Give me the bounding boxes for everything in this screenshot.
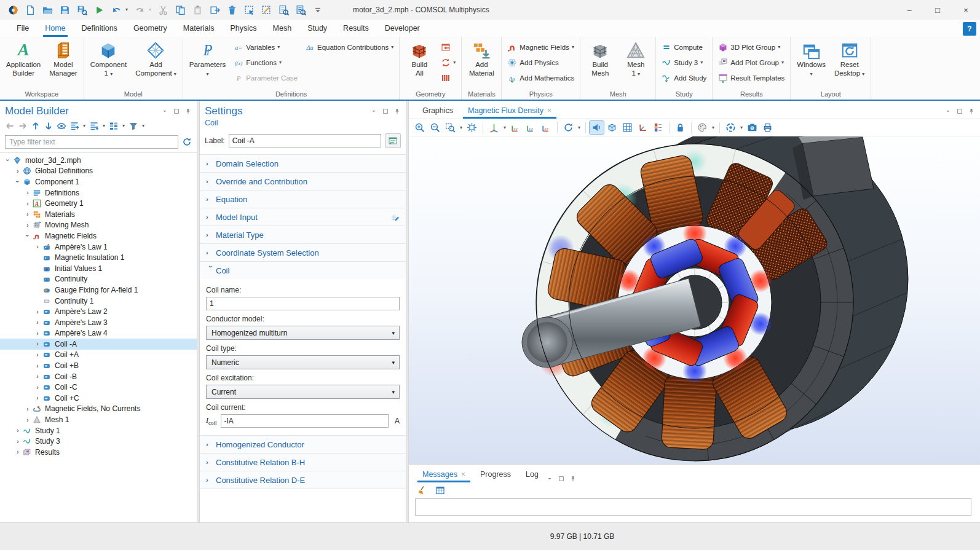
tree-item-motor-3d-2-mph[interactable]: ›motor_3d_2.mph (0, 155, 197, 166)
model-manager-button[interactable]: ModelManager (45, 38, 81, 79)
view-xz-icon[interactable]: xz (539, 121, 553, 134)
tree-expander-icon[interactable]: › (23, 406, 32, 412)
new-file-icon[interactable] (22, 2, 38, 17)
add-physics-button[interactable]: Add Physics (504, 55, 577, 70)
tab-developer[interactable]: Developer (377, 22, 428, 37)
pin-icon[interactable] (968, 108, 975, 115)
section-header-coordinate-system-selection[interactable]: ›Coordinate System Selection (200, 244, 406, 261)
tab-mesh[interactable]: Mesh (265, 22, 300, 37)
add-mathematics-button[interactable]: ΔuAdd Mathematics (504, 70, 577, 85)
conductor-model-select[interactable]: Homogenized multiturn (206, 326, 400, 340)
graphics-tab-graphics[interactable]: Graphics (415, 104, 460, 119)
tree-item-coil-c[interactable]: ›Coil -C (0, 382, 197, 393)
tree-expander-icon[interactable]: › (23, 200, 32, 207)
tree-item-definitions[interactable]: ›Definitions (0, 187, 197, 198)
color-theme-icon[interactable] (695, 121, 709, 134)
minimize-button[interactable]: – (895, 0, 923, 20)
tree-item-gauge-fixing-for-a-field-1[interactable]: Gauge Fixing for A-field 1 (0, 285, 197, 296)
coil-name-input[interactable] (206, 297, 400, 310)
open-file-icon[interactable] (39, 2, 55, 17)
add-plot-group-button[interactable]: Add Plot Group▾ (715, 55, 788, 70)
component-1-button[interactable]: Component1 ▾ (87, 38, 130, 79)
maximize-button[interactable]: □ (923, 0, 952, 20)
partition-button[interactable] (438, 70, 459, 85)
tree-item-magnetic-insulation-1[interactable]: DMagnetic Insulation 1 (0, 252, 197, 263)
tab-geometry[interactable]: Geometry (125, 22, 175, 37)
mesh-1-button[interactable]: Mesh1 ▾ (618, 38, 653, 79)
save-preview-icon[interactable] (74, 2, 90, 17)
zoom-out-icon[interactable] (428, 121, 442, 134)
orientation-icon[interactable] (487, 121, 501, 134)
rename-button[interactable] (385, 133, 401, 148)
section-header-domain-selection[interactable]: ›Domain Selection (200, 155, 406, 172)
tree-item-amp-re-s-law-4[interactable]: ›Ampère's Law 4 (0, 328, 197, 339)
tree-expander-icon[interactable]: › (33, 373, 42, 380)
zoom-extents-icon[interactable] (465, 121, 479, 134)
float-icon[interactable] (956, 108, 963, 115)
tab-study[interactable]: Study (299, 22, 335, 37)
zoom-all-icon[interactable] (293, 2, 309, 17)
view-yz-icon[interactable]: yz (524, 121, 538, 134)
tree-item-amp-re-s-law-1[interactable]: ›DAmpère's Law 1 (0, 242, 197, 253)
panel-menu-icon[interactable] (546, 475, 553, 482)
tree-item-coil-b[interactable]: ›Coil -B (0, 371, 197, 382)
float-icon[interactable] (558, 475, 565, 482)
tree-expander-icon[interactable]: › (14, 178, 22, 185)
add-study-button[interactable]: Add Study (658, 70, 709, 85)
pin-icon[interactable] (393, 108, 401, 115)
copy-table-icon[interactable] (433, 484, 447, 497)
tree-expander-icon[interactable]: › (33, 352, 42, 358)
tree-expander-icon[interactable]: › (33, 363, 42, 369)
model-tree-nodes-icon[interactable] (108, 120, 120, 132)
rotate-view-icon[interactable] (561, 121, 575, 134)
expand-all-icon[interactable] (68, 120, 81, 132)
paste-icon[interactable] (189, 2, 205, 17)
messages-tab-messages[interactable]: Messages× (415, 468, 473, 482)
functions-button[interactable]: f(x)Functions▾ (231, 55, 301, 70)
3d-plot-group-button[interactable]: 3D Plot Group▾ (715, 39, 788, 55)
tree-item-component-1[interactable]: ›Component 1 (0, 176, 197, 187)
build-all-button[interactable]: BuildAll (402, 38, 437, 79)
filter-icon[interactable] (127, 120, 140, 132)
tab-materials[interactable]: Materials (175, 22, 223, 37)
add-component-button[interactable]: AddComponent ▾ (132, 38, 180, 79)
tree-item-amp-re-s-law-3[interactable]: ›Ampère's Law 3 (0, 317, 197, 328)
move-node-icon[interactable] (207, 2, 223, 17)
redo-icon[interactable] (132, 2, 148, 17)
tree-item-amp-re-s-law-2[interactable]: ›Ampère's Law 2 (0, 306, 197, 317)
tree-item-continuity-1[interactable]: Continuity 1 (0, 296, 197, 307)
environment-icon[interactable] (724, 121, 738, 134)
view-xy-icon[interactable]: xy (508, 121, 523, 134)
tree-expander-icon[interactable]: › (33, 330, 42, 337)
result-templates-button[interactable]: Result Templates (715, 70, 788, 85)
section-header-coil[interactable]: ›Coil (200, 262, 406, 279)
variables-button[interactable]: a=Variables▾ (231, 39, 301, 55)
lock-view-icon[interactable] (673, 121, 687, 134)
zoom-selection-icon[interactable] (275, 2, 291, 17)
messages-tab-log[interactable]: Log (518, 468, 546, 482)
parameters-button[interactable]: PiParameters▾ (186, 38, 229, 79)
show-options-icon[interactable] (55, 120, 68, 132)
tree-item-geometry-1[interactable]: ›AGeometry 1 (0, 198, 197, 209)
add-material-button[interactable]: AddMaterial (464, 38, 499, 79)
panel-menu-icon[interactable] (370, 108, 377, 115)
compute-button[interactable]: Compute (658, 39, 709, 55)
section-header-homogenized-conductor[interactable]: ›Homogenized Conductor (200, 436, 406, 453)
transparency-icon[interactable] (605, 121, 619, 134)
build-mesh-button[interactable]: BuildMesh (583, 38, 617, 79)
magnetic-fields-button[interactable]: Magnetic Fields▾ (504, 39, 577, 55)
tree-expander-icon[interactable]: › (14, 438, 22, 445)
tree-item-coil-c[interactable]: ›Coil +C (0, 393, 197, 404)
help-button[interactable]: ? (963, 22, 976, 36)
undo-icon[interactable] (108, 2, 124, 17)
redo-caret-icon[interactable]: ▾ (146, 2, 154, 17)
section-header-material-type[interactable]: ›Material Type (200, 226, 406, 243)
tree-item-study-1[interactable]: ›Study 1 (0, 425, 197, 436)
refresh-icon[interactable] (182, 137, 192, 147)
insert-sequence-button[interactable] (438, 39, 459, 55)
delete-icon[interactable] (224, 2, 240, 17)
tree-expander-icon[interactable]: › (33, 340, 42, 347)
close-button[interactable]: × (952, 0, 980, 20)
tree-expander-icon[interactable]: › (33, 395, 42, 401)
application-builder-button[interactable]: AApplicationBuilder (2, 38, 44, 79)
